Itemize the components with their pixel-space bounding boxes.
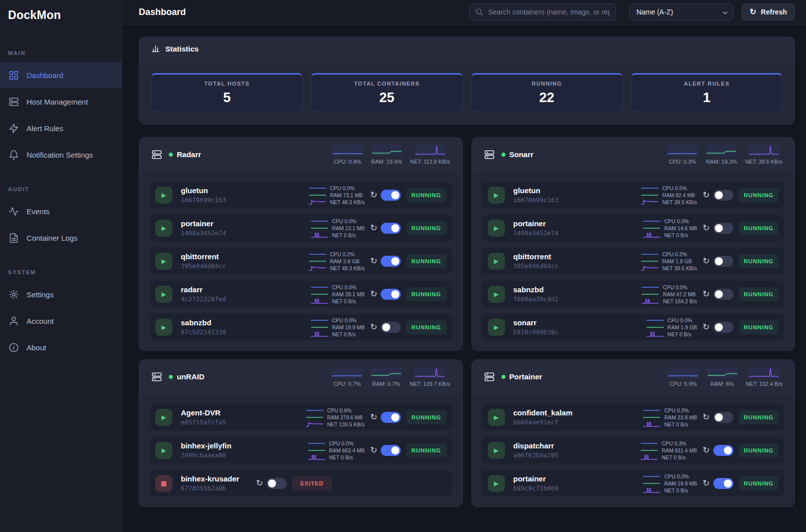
stat-card: TOTAL CONTAINERS 25 [311, 73, 462, 112]
start-stop-button[interactable]: ▶ [488, 286, 505, 303]
autorestart-toggle[interactable] [713, 445, 733, 456]
cpu-stat: CPU 0.0% [668, 317, 692, 323]
start-stop-button[interactable]: ▶ [488, 253, 505, 270]
container-stats: CPU 0.0% RAM 47.2 MB NET 164.2 B/s [642, 284, 697, 304]
host-status-dot [501, 153, 505, 157]
stat-label: TOTAL CONTAINERS [354, 81, 420, 87]
autorestart-toggle[interactable] [381, 322, 401, 333]
sidebar-item-container-logs[interactable]: Container Logs [0, 225, 122, 251]
container-list: ▶ gluetun 16678699c163 CPU 0.5% RAM 82.4… [472, 172, 795, 350]
nav-section-label: AUDIT [0, 181, 122, 198]
autorestart-toggle[interactable] [713, 322, 733, 333]
autorestart-toggle[interactable] [381, 256, 401, 267]
host-status-dot [169, 153, 173, 157]
sidebar-item-host-management[interactable]: Host Management [0, 89, 122, 115]
start-stop-button[interactable]: ▶ [488, 187, 505, 204]
nav-section: AUDIT Events Container Logs [0, 181, 122, 251]
autorestart-toggle[interactable] [713, 190, 733, 201]
start-stop-button[interactable]: ▶ [155, 253, 172, 270]
net-stat: NET 0 B/s [664, 487, 688, 493]
restart-icon[interactable]: ↻ [370, 224, 377, 232]
restart-icon[interactable]: ↻ [370, 290, 377, 298]
container-stats: CPU 0.2% RAM 1.8 GB NET 39.6 KB/s [641, 251, 697, 271]
restart-icon[interactable]: ↻ [370, 323, 377, 331]
restart-icon[interactable]: ↻ [702, 479, 709, 487]
sidebar-item-dashboard[interactable]: Dashboard [0, 62, 122, 89]
restart-icon[interactable]: ↻ [370, 257, 377, 265]
autorestart-toggle[interactable] [381, 412, 401, 423]
cpu-sparkline [308, 440, 325, 446]
restart-icon[interactable]: ↻ [702, 323, 709, 331]
start-stop-button[interactable]: ▶ [488, 220, 505, 237]
autorestart-toggle[interactable] [381, 445, 401, 456]
restart-icon[interactable]: ↻ [370, 413, 377, 421]
ram-stat: RAM 1.8 GB [662, 258, 692, 264]
start-stop-button[interactable]: ▶ [155, 319, 172, 336]
autorestart-toggle[interactable] [266, 478, 287, 489]
autorestart-toggle[interactable] [713, 256, 733, 267]
start-stop-button[interactable]: ▶ [155, 442, 172, 459]
cpu-sparkline [643, 218, 660, 224]
nav-section-items: Events Container Logs [0, 198, 122, 251]
net-sparkline [647, 331, 664, 337]
container-id: e65f15afcfa5 [181, 418, 256, 426]
ram-sparkline [641, 258, 658, 264]
cpu-stat: CPU 0.0% [329, 440, 354, 446]
net-sparkline [306, 421, 323, 427]
autorestart-toggle[interactable] [713, 478, 733, 489]
start-stop-button[interactable]: ▶ [155, 286, 172, 303]
net-sparkline [309, 199, 326, 205]
autorestart-toggle[interactable] [381, 223, 401, 234]
sidebar-item-notification-settings[interactable]: Notification Settings [0, 142, 122, 168]
autorestart-toggle[interactable] [381, 190, 401, 201]
sidebar-item-settings[interactable]: Settings [0, 281, 122, 308]
server-icon [151, 149, 162, 160]
restart-icon[interactable]: ↻ [370, 446, 377, 454]
start-stop-button[interactable]: ▶ [488, 442, 505, 459]
autorestart-toggle[interactable] [713, 223, 733, 234]
restart-icon[interactable]: ↻ [702, 413, 709, 421]
start-stop-button[interactable]: ▶ [488, 475, 505, 492]
start-stop-button[interactable]: ▶ [488, 409, 505, 426]
info-icon [8, 342, 19, 353]
cpu-sparkline [647, 317, 664, 323]
host-cpu-sparkline [667, 144, 698, 156]
sidebar-item-events[interactable]: Events [0, 198, 122, 225]
nav-section-label: SYSTEM [0, 264, 122, 281]
restart-icon[interactable]: ↻ [702, 191, 709, 199]
refresh-button[interactable]: ↻ Refresh [741, 4, 795, 21]
autorestart-toggle[interactable] [713, 289, 733, 300]
start-stop-button[interactable]: ▶ [488, 319, 505, 336]
container-list: ▶ gluetun 16678699c163 CPU 0.0% RAM 73.1… [139, 172, 462, 350]
sidebar-item-label: Notification Settings [27, 151, 93, 159]
start-stop-button[interactable]: ▶ [155, 409, 172, 426]
hosts-grid: Radarr CPU: 0.4% RAM: 19.4% NET: 112.8 K… [139, 137, 795, 507]
autorestart-toggle[interactable] [713, 412, 733, 423]
restart-icon[interactable]: ↻ [702, 446, 709, 454]
host-ram-sparkline [371, 144, 402, 156]
host-ram-label: RAM: 19.4% [371, 159, 402, 165]
container-name-block: binhex-krusader 677d355b2a9b [181, 474, 256, 492]
net-stat: NET 0 B/s [668, 331, 692, 337]
restart-icon[interactable]: ↻ [370, 191, 377, 199]
sidebar-item-account[interactable]: Account [0, 308, 122, 334]
sidebar-item-about[interactable]: About [0, 334, 122, 361]
sidebar-item-alert-rules[interactable]: Alert Rules [0, 115, 122, 142]
sort-dropdown[interactable]: Name (A-Z) [629, 4, 733, 21]
container-row: ▶ sonarr b910c009b38c CPU 0.0% RAM 1.9 G… [482, 314, 785, 340]
restart-icon[interactable]: ↻ [702, 257, 709, 265]
start-stop-button[interactable]: ▶ [155, 187, 172, 204]
restart-icon[interactable]: ↻ [702, 290, 709, 298]
start-button[interactable]: ■ [155, 475, 172, 492]
search-input[interactable] [469, 4, 616, 21]
cpu-sparkline [641, 185, 658, 191]
status-badge: RUNNING [739, 410, 778, 424]
start-stop-button[interactable]: ▶ [155, 220, 172, 237]
net-stat: NET 164.2 B/s [663, 298, 697, 304]
restart-icon[interactable]: ↻ [256, 479, 263, 487]
restart-icon[interactable]: ↻ [702, 224, 709, 232]
host-cpu-sparkline [668, 366, 699, 378]
host-card: unRAID CPU: 0.7% RAM: 0.7% NET: 139.7 KB… [139, 359, 463, 507]
container-stats: CPU 0.5% RAM 82.4 MB NET 39.5 KB/s [641, 185, 697, 205]
autorestart-toggle[interactable] [381, 289, 401, 300]
